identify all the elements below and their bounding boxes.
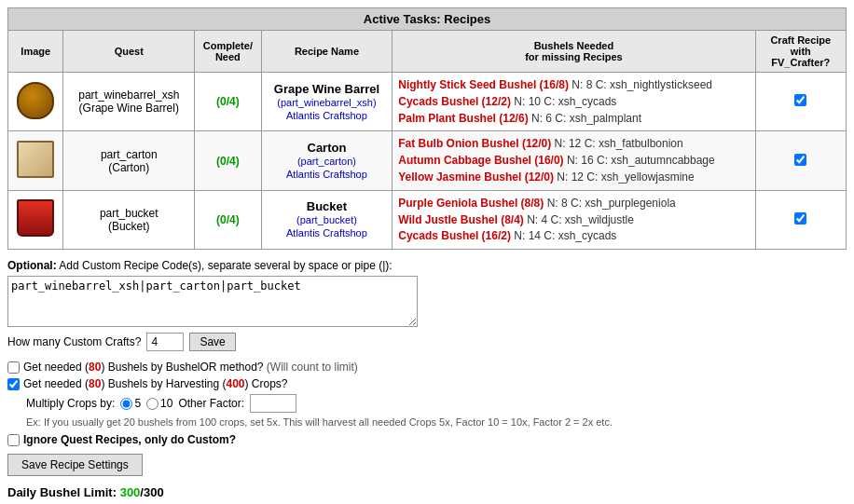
radio5-input[interactable] <box>120 398 132 410</box>
col-header-craft: Craft Recipe withFV_Crafter? <box>755 31 846 73</box>
optional-section: Optional: Add Custom Recipe Code(s), sep… <box>7 259 847 351</box>
cell-image-1 <box>8 131 63 190</box>
radio10-input[interactable] <box>146 398 158 410</box>
cell-craft-1[interactable] <box>755 131 846 190</box>
cell-quest-2: part_bucket(Bucket) <box>63 190 195 249</box>
daily-max: 300 <box>144 485 164 499</box>
bushel-item: Cycads Bushel (12/2) N: 10 C: xsh_cycads <box>398 94 749 110</box>
bushel-or-label: Get needed (80) Bushels by BushelOR meth… <box>23 361 358 374</box>
table-title: Active Tasks: Recipes <box>8 8 847 31</box>
craft-checkbox-1[interactable] <box>794 154 806 166</box>
bushel-item: Palm Plant Bushel (12/6) N: 6 C: xsh_pal… <box>398 111 749 127</box>
example-text: Ex: If you usually get 20 bushels from 1… <box>26 416 847 428</box>
multiply-row: Multiply Crops by: 5 10 Other Factor: <box>26 394 847 413</box>
custom-recipe-input[interactable] <box>7 276 418 327</box>
cell-bushels-1: Fat Bulb Onion Bushel (12/0) N: 12 C: xs… <box>393 131 755 190</box>
active-tasks-table: Active Tasks: Recipes Image Quest Comple… <box>7 7 847 250</box>
col-header-image: Image <box>8 31 63 73</box>
other-factor-input[interactable] <box>250 394 296 413</box>
multiply-label: Multiply Crops by: <box>26 397 115 410</box>
cell-complete-2: (0/4) <box>195 190 262 249</box>
table-row: part_bucket(Bucket)(0/4)Bucket(part_buck… <box>8 190 847 249</box>
col-header-complete: Complete/Need <box>195 31 262 73</box>
cell-image-0 <box>8 73 63 131</box>
table-row: part_carton(Carton)(0/4)Carton(part_cart… <box>8 131 847 190</box>
other-factor-label: Other Factor: <box>178 397 244 410</box>
bushel-item: Cycads Bushel (16/2) N: 14 C: xsh_cycads <box>398 228 749 244</box>
crafts-count-input[interactable] <box>146 333 184 351</box>
optional-label: Optional: Add Custom Recipe Code(s), sep… <box>7 259 847 272</box>
ignore-quest-row: Ignore Quest Recipes, only do Custom? <box>7 433 847 446</box>
cell-recipe-1: Carton(part_carton)Atlantis Craftshop <box>261 131 393 190</box>
ignore-quest-label: Ignore Quest Recipes, only do Custom? <box>23 433 236 446</box>
crafts-label: How many Custom Crafts? <box>7 335 141 348</box>
bushel-or-checkbox[interactable] <box>7 361 20 374</box>
cell-bushels-0: Nightly Stick Seed Bushel (16/8) N: 8 C:… <box>393 73 755 131</box>
footer-stats: Daily Bushel Limit: 300/300 Bushel Amoun… <box>7 485 847 504</box>
cell-craft-0[interactable] <box>755 73 846 131</box>
daily-limit-row: Daily Bushel Limit: 300/300 <box>7 485 847 499</box>
bushel-harvest-checkbox[interactable] <box>7 378 20 390</box>
craft-checkbox-2[interactable] <box>794 212 806 225</box>
cell-image-2 <box>8 190 63 249</box>
cell-complete-1: (0/4) <box>195 131 262 190</box>
cell-complete-0: (0/4) <box>195 73 262 131</box>
bushel-harvest-label: Get needed (80) Bushels by Harvesting (4… <box>23 377 288 390</box>
cell-quest-1: part_carton(Carton) <box>63 131 195 190</box>
col-header-quest: Quest <box>63 31 195 73</box>
col-header-recipe: Recipe Name <box>261 31 393 73</box>
col-header-bushels: Bushels Neededfor missing Recipes <box>393 31 755 73</box>
cell-quest-0: part_winebarrel_xsh(Grape Wine Barrel) <box>63 73 195 131</box>
custom-crafts-row: How many Custom Crafts? Save <box>7 333 847 351</box>
cell-bushels-2: Purple Geniola Bushel (8/8) N: 8 C: xsh_… <box>393 190 755 249</box>
cell-craft-2[interactable] <box>755 190 846 249</box>
cell-recipe-0: Grape Wine Barrel(part_winebarrel_xsh)At… <box>261 73 393 131</box>
crafts-save-button[interactable]: Save <box>189 333 235 351</box>
bushel-item: Purple Geniola Bushel (8/8) N: 8 C: xsh_… <box>398 196 749 211</box>
daily-current: 300 <box>120 485 141 499</box>
radio5-label: 5 <box>120 397 141 410</box>
daily-label: Daily Bushel Limit: <box>7 485 117 499</box>
bushel-item: Fat Bulb Onion Bushel (12/0) N: 12 C: xs… <box>398 136 749 152</box>
table-row: part_winebarrel_xsh(Grape Wine Barrel)(0… <box>8 73 847 131</box>
bushel-harvest-row: Get needed (80) Bushels by Harvesting (4… <box>7 377 847 390</box>
save-settings-button[interactable]: Save Recipe Settings <box>7 454 143 476</box>
options-section: Get needed (80) Bushels by BushelOR meth… <box>7 361 847 446</box>
bushel-item: Wild Justle Bushel (8/4) N: 4 C: xsh_wil… <box>398 212 749 228</box>
bushel-item: Nightly Stick Seed Bushel (16/8) N: 8 C:… <box>398 77 749 93</box>
radio10-label: 10 <box>146 397 172 410</box>
bushel-item: Yellow Jasmine Bushel (12/0) N: 12 C: xs… <box>398 170 749 185</box>
bushel-or-row: Get needed (80) Bushels by BushelOR meth… <box>7 361 847 374</box>
bushel-item: Autumn Cabbage Bushel (16/0) N: 16 C: xs… <box>398 153 749 169</box>
craft-checkbox-0[interactable] <box>794 94 806 106</box>
ignore-quest-checkbox[interactable] <box>7 434 20 446</box>
cell-recipe-2: Bucket(part_bucket)Atlantis Craftshop <box>261 190 393 249</box>
